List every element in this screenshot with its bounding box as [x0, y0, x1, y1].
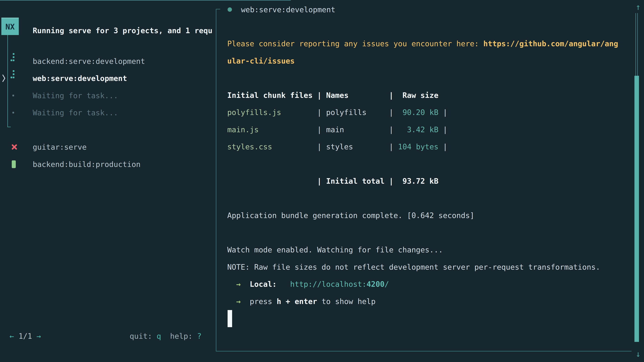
terminal-line: [227, 18, 618, 35]
terminal-text: press: [241, 297, 276, 306]
terminal-text: [227, 297, 236, 306]
terminal-text: |: [281, 108, 326, 117]
local-url-link[interactable]: http://localhost:: [290, 280, 366, 289]
terminal-text: +: [286, 297, 290, 306]
terminal-line: [227, 190, 618, 207]
terminal-text: |: [259, 125, 326, 134]
terminal-text: [227, 280, 236, 289]
github-issues-link[interactable]: https://github.com/angular/ang: [483, 39, 618, 48]
terminal-text: |: [438, 108, 448, 117]
scrollbar-down-arrow-icon[interactable]: ↓: [634, 349, 642, 359]
panel-border: [216, 9, 216, 352]
terminal-text: polyfills.js: [227, 108, 281, 117]
terminal-line: NOTE: Raw file sizes do not reflect deve…: [227, 259, 618, 276]
terminal-text: [241, 280, 250, 289]
terminal-text: Initial chunk files | Names | Raw size: [227, 91, 438, 99]
terminal-text: |: [272, 142, 326, 151]
terminal-text: Watch mode enabled. Watching for file ch…: [227, 246, 443, 254]
local-url-link[interactable]: /: [384, 280, 389, 289]
terminal-line: Application bundle generation complete. …: [227, 207, 618, 224]
terminal-text: →: [236, 297, 241, 306]
terminal-text: [277, 280, 290, 289]
task-label: backend:serve:development: [33, 57, 145, 65]
spinner-icon: [10, 70, 14, 78]
nx-logo-badge: NX: [1, 17, 19, 35]
terminal-text: enter: [295, 297, 317, 306]
terminal-line: [227, 156, 618, 173]
task-tree-line-corner: [8, 127, 11, 127]
task-tree-line: [8, 35, 8, 127]
terminal-line: | Initial total | 93.72 kB: [227, 173, 618, 190]
terminal-line: Please consider reporting any issues you…: [227, 35, 618, 52]
terminal-line: main.js | main | 3.42 kB |: [227, 121, 618, 138]
terminal-text: to show help: [317, 297, 376, 306]
terminal-text: 104 bytes: [398, 142, 438, 151]
terminal-line: [227, 1, 618, 18]
terminal-text: Application bundle generation complete. …: [227, 211, 474, 220]
page-indicator: ← 1/1 →: [10, 332, 41, 340]
task-label: Waiting for task...: [33, 108, 118, 117]
quit-shortcut-key: q: [157, 332, 161, 340]
terminal-text: | Initial total | 93.72 kB: [227, 177, 438, 185]
terminal-text: NOTE: Raw file sizes do not reflect deve…: [227, 263, 600, 271]
terminal-text: →: [236, 280, 241, 289]
terminal-text: styles: [326, 142, 353, 151]
help-shortcut-key: ?: [197, 332, 202, 340]
github-issues-link[interactable]: ular-cli/issues: [227, 57, 295, 65]
terminal-line: polyfills.js | polyfills | 90.20 kB |: [227, 104, 618, 121]
terminal-line: → press h + enter to show help: [227, 293, 618, 310]
terminal-line: Watch mode enabled. Watching for file ch…: [227, 241, 618, 259]
help-shortcut-label: help:: [170, 332, 192, 340]
local-url-link[interactable]: 4200: [366, 280, 384, 289]
task-label: backend:build:production: [33, 160, 140, 169]
panel-border: [216, 9, 220, 9]
prev-page-arrow-icon[interactable]: ←: [10, 332, 14, 340]
scrollbar-thumb[interactable]: [634, 76, 639, 342]
waiting-dot-icon: [12, 95, 14, 96]
task-label: guitar:serve: [33, 143, 87, 151]
terminal-text: polyfills: [326, 108, 366, 117]
nx-terminal-window: NX Running serve for 3 projects, and 1 r…: [0, 0, 644, 0]
terminal-line: → Local: http://localhost:4200/: [227, 276, 618, 293]
terminal-text: |: [438, 142, 448, 151]
nx-logo-text: NX: [5, 22, 14, 31]
terminal-text: Please consider reporting any issues you…: [227, 39, 483, 48]
task-label: web:serve:development: [33, 74, 127, 83]
terminal-text: |: [366, 108, 398, 117]
selected-chevron-icon: [0, 74, 5, 82]
sidebar-title: Running serve for 3 projects, and 1 requ: [33, 26, 215, 35]
terminal-text: |: [344, 125, 398, 134]
spinner-icon: [10, 53, 14, 61]
terminal-text: |: [353, 142, 398, 151]
terminal-text: [281, 297, 286, 306]
waiting-dot-icon: [12, 112, 14, 113]
terminal-output: Please consider reporting any issues you…: [227, 1, 618, 310]
terminal-line: [227, 69, 618, 87]
terminal-line: [227, 224, 618, 242]
task-label: Waiting for task...: [33, 91, 118, 100]
terminal-text: h: [277, 297, 281, 306]
keyboard-shortcuts: quit: q help: ?: [130, 332, 202, 340]
terminal-cursor: [228, 310, 232, 327]
quit-shortcut-label: quit:: [130, 332, 152, 340]
terminal-text: 90.20 kB: [398, 108, 438, 117]
next-page-arrow-icon[interactable]: →: [36, 332, 41, 340]
terminal-text: main: [326, 125, 344, 134]
panel-border: [216, 351, 632, 352]
terminal-line: Initial chunk files | Names | Raw size: [227, 87, 618, 104]
terminal-text: Local:: [250, 280, 277, 289]
terminal-text: |: [438, 125, 448, 134]
terminal-line: ular-cli/issues: [227, 52, 618, 70]
terminal-text: main.js: [227, 125, 259, 134]
page-count: 1/1: [18, 332, 32, 340]
terminal-line: styles.css | styles | 104 bytes |: [227, 138, 618, 156]
scrollbar-up-arrow-icon[interactable]: ↑: [634, 2, 642, 12]
failed-x-icon: [11, 144, 18, 150]
success-square-icon: [12, 160, 16, 168]
terminal-text: styles.css: [227, 142, 272, 151]
task-sidebar: NX Running serve for 3 projects, and 1 r…: [0, 0, 216, 362]
terminal-text: 3.42 kB: [398, 125, 438, 134]
terminal-text: [290, 297, 295, 306]
